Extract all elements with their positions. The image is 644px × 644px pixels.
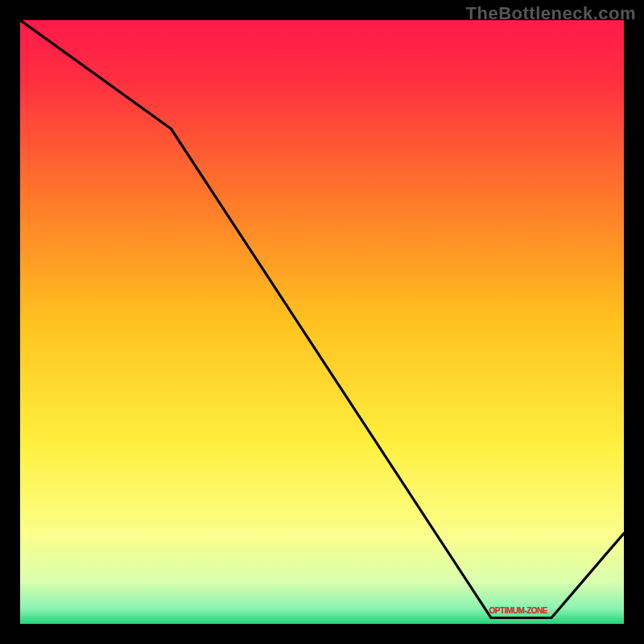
gradient-background [20, 20, 624, 624]
plot-area: OPTIMUM-ZONE [20, 20, 624, 624]
chart-svg [20, 20, 624, 624]
chart-frame: TheBottleneck.com OPTIMUM-ZONE [0, 0, 644, 644]
optimum-zone-label: OPTIMUM-ZONE [489, 606, 547, 615]
